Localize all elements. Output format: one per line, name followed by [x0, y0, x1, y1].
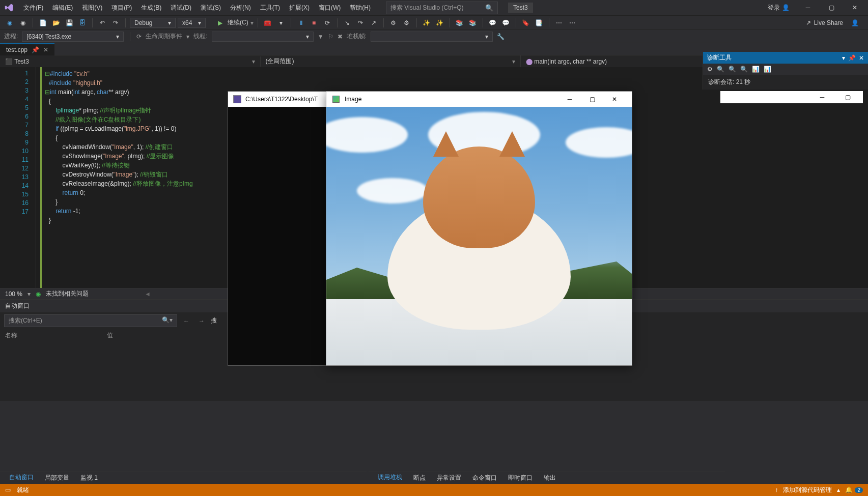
menu-analyze[interactable]: 分析(N): [226, 2, 255, 14]
zoom-out-icon[interactable]: 🔍: [729, 66, 736, 73]
redo-icon[interactable]: ↷: [110, 17, 121, 28]
menu-tools[interactable]: 工具(T): [256, 2, 284, 14]
save-all-icon[interactable]: 🗄: [77, 17, 88, 28]
menu-extensions[interactable]: 扩展(X): [285, 2, 314, 14]
tab-exceptions[interactable]: 异常设置: [432, 472, 466, 484]
undo-icon[interactable]: ↶: [97, 17, 108, 28]
menu-window[interactable]: 窗口(W): [315, 2, 345, 14]
close-icon[interactable]: ✕: [859, 54, 864, 62]
file-tab-test-cpp[interactable]: test.cpp 📌 ✕: [0, 43, 54, 55]
caret-down-icon[interactable]: ▾: [842, 54, 845, 62]
maximize-button[interactable]: ▢: [836, 90, 859, 104]
tab-callstack[interactable]: 调用堆栈: [373, 471, 407, 485]
restart-icon[interactable]: ⟳: [322, 17, 333, 28]
col-value[interactable]: 值: [107, 331, 209, 340]
minimize-button[interactable]: ─: [798, 1, 818, 14]
step-over-icon[interactable]: ↷: [355, 17, 366, 28]
uncomment-icon[interactable]: 💬: [500, 17, 512, 28]
new-project-icon[interactable]: 📄: [37, 17, 48, 28]
zoom-fit-icon[interactable]: 🔍: [740, 66, 748, 73]
step-into-icon[interactable]: ↘: [342, 17, 353, 28]
close-button[interactable]: ✕: [603, 92, 626, 106]
nav-fwd-icon[interactable]: ◉: [17, 17, 29, 28]
mark-icon[interactable]: ⚐: [328, 33, 333, 40]
autos-search-input[interactable]: 搜索(Ctrl+E) 🔍▾: [4, 314, 177, 327]
scm-label[interactable]: 添加到源代码管理: [783, 486, 832, 494]
menu-view[interactable]: 视图(V): [78, 2, 106, 14]
live-share-button[interactable]: ↗ Live Share 👤: [801, 18, 864, 28]
minimize-button[interactable]: ─: [811, 90, 833, 104]
filter-icon[interactable]: ▼: [318, 33, 324, 40]
save-icon[interactable]: 💾: [64, 17, 75, 28]
open-icon[interactable]: 📂: [50, 17, 62, 28]
menu-file[interactable]: 文件(F): [19, 2, 47, 14]
tab-locals[interactable]: 局部变量: [40, 472, 74, 484]
nav-project-dropdown[interactable]: ⬛ Test3▾: [0, 56, 261, 67]
fold-column[interactable]: [36, 67, 42, 288]
scm-icon[interactable]: ↑: [775, 486, 778, 493]
maximize-button[interactable]: ▢: [581, 92, 603, 106]
step-out-icon[interactable]: ↗: [368, 17, 379, 28]
pin-icon[interactable]: 📌: [848, 54, 856, 62]
continue-icon[interactable]: ▶: [214, 17, 226, 28]
toggle2-icon[interactable]: ⚙: [401, 17, 412, 28]
menu-build[interactable]: 生成(B): [137, 2, 165, 14]
toggle-icon[interactable]: ⚙: [388, 17, 399, 28]
stack-dropdown[interactable]: ▾: [371, 32, 493, 42]
menu-edit[interactable]: 编辑(E): [48, 2, 77, 14]
caret-down-icon[interactable]: ▾: [275, 17, 287, 28]
tab-close-icon[interactable]: ✕: [43, 46, 48, 53]
tab-output[interactable]: 输出: [539, 472, 561, 484]
minimize-button[interactable]: ─: [558, 92, 581, 106]
menu-debug[interactable]: 调试(D): [166, 2, 195, 14]
lifecycle-icon[interactable]: ⟳: [136, 33, 142, 40]
pause-icon[interactable]: ⏸: [295, 17, 306, 28]
thread-dropdown[interactable]: ▾: [212, 32, 314, 42]
tab-immediate[interactable]: 即时窗口: [503, 472, 538, 484]
nav-back-icon[interactable]: ←: [180, 316, 192, 326]
layers-icon[interactable]: 📚: [454, 17, 465, 28]
zoom-caret-icon[interactable]: ▾: [27, 290, 31, 298]
config-dropdown[interactable]: Debug▾: [130, 18, 176, 28]
pin-icon[interactable]: 📌: [32, 46, 39, 53]
menu-project[interactable]: 项目(P): [107, 2, 136, 14]
menu-help[interactable]: 帮助(H): [346, 2, 375, 14]
col-name[interactable]: 名称: [5, 331, 107, 340]
quick-search-input[interactable]: 搜索 Visual Studio (Ctrl+Q) 🔍: [386, 2, 498, 14]
bookmark-icon[interactable]: 🔖: [520, 17, 531, 28]
tab-breakpoints[interactable]: 断点: [408, 472, 431, 484]
process-dropdown[interactable]: [6340] Test3.exe▾: [22, 32, 124, 42]
cpu-icon[interactable]: 📊: [752, 66, 760, 73]
comment-icon[interactable]: 💬: [487, 17, 498, 28]
scroll-thumb-icon[interactable]: ◄: [145, 290, 151, 298]
menu-test[interactable]: 测试(S): [197, 2, 225, 14]
bookmark2-icon[interactable]: 📑: [534, 17, 545, 28]
cross-icon[interactable]: ✖: [338, 33, 343, 40]
nav-fwd-icon[interactable]: →: [195, 316, 208, 326]
spark2-icon[interactable]: ✨: [434, 17, 445, 28]
image-titlebar[interactable]: Image ─ ▢ ✕: [326, 92, 632, 107]
spark-icon[interactable]: ✨: [421, 17, 432, 28]
zoom-in-icon[interactable]: 🔍: [717, 66, 724, 73]
mem-icon[interactable]: 📊: [764, 66, 771, 73]
misc-icon[interactable]: ⋯: [553, 17, 565, 28]
gear-icon[interactable]: ⚙: [707, 66, 713, 73]
continue-label[interactable]: 继续(C): [228, 18, 248, 27]
stop-icon[interactable]: ■: [309, 17, 320, 28]
maximize-button[interactable]: ▢: [821, 1, 842, 14]
wrench-icon[interactable]: 🔧: [497, 33, 505, 40]
tab-autos[interactable]: 自动窗口: [4, 471, 39, 485]
notif-icon[interactable]: 🔔2: [845, 486, 863, 493]
nav-back-icon[interactable]: ◉: [4, 17, 15, 28]
nav-scope-dropdown[interactable]: (全局范围)▾: [261, 55, 521, 67]
login-button[interactable]: 登录 👤: [768, 4, 790, 12]
platform-dropdown[interactable]: x64▾: [178, 18, 206, 28]
layers2-icon[interactable]: 📚: [467, 17, 479, 28]
tab-command[interactable]: 命令窗口: [467, 472, 502, 484]
close-button[interactable]: ✕: [845, 1, 865, 14]
tab-watch[interactable]: 监视 1: [75, 472, 103, 484]
diag-header[interactable]: 诊断工具 ▾ 📌 ✕: [703, 52, 868, 64]
toolbox-icon[interactable]: 🧰: [262, 17, 273, 28]
misc2-icon[interactable]: ⋯: [567, 17, 578, 28]
image-window[interactable]: Image ─ ▢ ✕: [326, 91, 632, 366]
